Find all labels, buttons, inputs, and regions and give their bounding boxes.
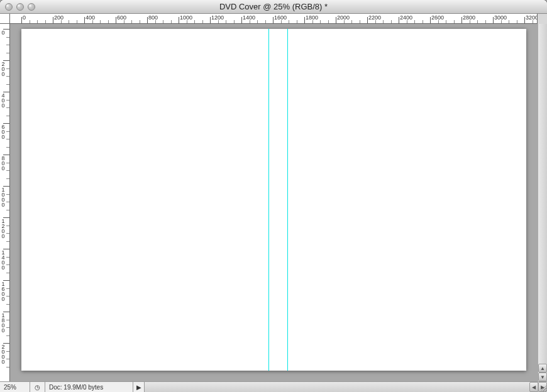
ruler-vertical[interactable]: 0200400600800100012001400160018002000: [0, 24, 10, 381]
timer-icon: ◷: [35, 384, 40, 391]
canvas-viewport[interactable]: [10, 24, 538, 381]
scrollbar-horizontal[interactable]: ◀ ▶: [145, 382, 547, 392]
left-icon: ◀: [532, 384, 536, 390]
window-title: DVD Cover @ 25% (RGB/8) *: [0, 2, 547, 11]
scroll-up-button[interactable]: ▲: [538, 364, 547, 373]
doc-info-menu-button[interactable]: ▶: [133, 382, 145, 392]
zoom-button[interactable]: [28, 3, 35, 11]
ruler-origin[interactable]: [0, 14, 10, 24]
chevron-right-icon: ▶: [136, 384, 141, 391]
scroll-left-button[interactable]: ◀: [529, 382, 538, 392]
zoom-level-field[interactable]: 25%: [0, 382, 30, 392]
timing-icon[interactable]: ◷: [30, 382, 45, 392]
up-icon: ▲: [540, 366, 545, 371]
guide-vertical[interactable]: [287, 29, 288, 371]
status-bar: 25% ◷ Doc: 19.9M/0 bytes ▶ ◀ ▶: [0, 381, 547, 392]
close-button[interactable]: [5, 3, 13, 11]
doc-info-label: Doc: 19.9M/0 bytes: [49, 384, 103, 391]
resize-grip[interactable]: [538, 381, 547, 392]
traffic-lights: [0, 3, 35, 11]
scroll-down-button[interactable]: ▼: [538, 373, 547, 381]
down-icon: ▼: [540, 374, 545, 380]
minimize-button[interactable]: [16, 3, 24, 11]
canvas[interactable]: [21, 29, 526, 371]
doc-info[interactable]: Doc: 19.9M/0 bytes: [45, 382, 133, 392]
titlebar[interactable]: DVD Cover @ 25% (RGB/8) *: [0, 0, 547, 14]
scrollbar-vertical[interactable]: ▲ ▼: [538, 24, 547, 381]
zoom-level-label: 25%: [4, 384, 16, 391]
ruler-horizontal[interactable]: 0200400600800100012001400160018002000220…: [10, 14, 538, 24]
guide-vertical[interactable]: [268, 29, 269, 371]
document-window: DVD Cover @ 25% (RGB/8) * 02004006008001…: [0, 0, 547, 392]
